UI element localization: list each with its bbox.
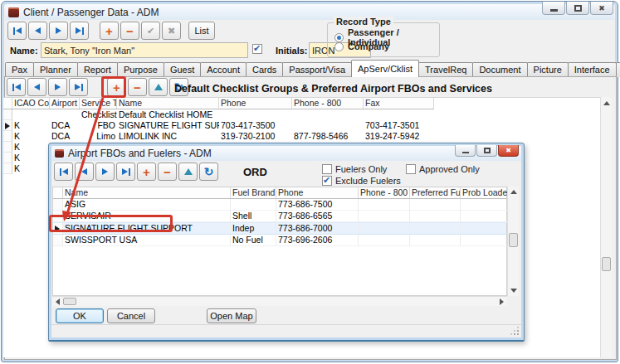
col-preferred-fueler[interactable]: Preferred Fueler [410, 187, 461, 198]
accept-button[interactable]: ✔ [141, 22, 160, 40]
col-fax[interactable]: Fax [364, 98, 434, 109]
tab-picture[interactable]: Picture [527, 62, 569, 77]
dialog-titlebar[interactable]: Airport FBOs and Fuelers - ADM [51, 146, 521, 161]
tab-document[interactable]: Document [472, 62, 527, 77]
fbo-row[interactable]: SWISSPORT USA No Fuel 773-696-2606 [53, 235, 506, 246]
dialog-nav-first-button[interactable] [54, 163, 73, 181]
main-titlebar[interactable]: Client / Passenger Data - ADM [5, 4, 614, 20]
cancel-button[interactable]: Cancel [107, 308, 155, 323]
dialog-horizontal-scrollbar[interactable] [52, 296, 507, 306]
dialog-delete-button[interactable]: − [158, 163, 177, 181]
checklist-toolbar: + − ↻ [7, 78, 188, 96]
col-phone-800[interactable]: Phone - 800 [359, 187, 410, 198]
col-phone[interactable]: Phone [276, 187, 359, 198]
tab-interface[interactable]: Interface [568, 62, 617, 77]
table-row-selected[interactable]: K DCA FBO SIGNATURE FLIGHT SUPPORT 703-4… [3, 120, 434, 131]
col-prob-loader[interactable]: Prob Loader C [461, 187, 508, 198]
nav-last-button[interactable] [70, 22, 89, 40]
scroll-left-icon[interactable] [56, 298, 60, 305]
nav-next-button[interactable] [49, 22, 68, 40]
dialog-nav-last-button[interactable] [116, 163, 135, 181]
checklist-grid-header: ICAO Code Airport II Service Type Name P… [3, 98, 434, 109]
grid-up-button[interactable] [149, 78, 168, 96]
dialog-nav-next-button[interactable] [95, 163, 115, 181]
open-map-button[interactable]: Open Map [207, 308, 256, 323]
next-icon [55, 84, 61, 90]
col-name[interactable]: Name [63, 187, 231, 198]
table-row[interactable]: K DCA Limo LIMOLINK INC 319-730-2100 877… [3, 131, 434, 142]
delete-record-button[interactable]: − [120, 22, 139, 40]
exclude-fuelers-checkbox[interactable]: Exclude Fuelers [322, 176, 401, 186]
grid-nav-next-button[interactable] [48, 78, 67, 96]
minimize-button[interactable] [542, 2, 565, 15]
cancel-edit-button[interactable]: ✖ [162, 22, 181, 40]
col-phone[interactable]: Phone [219, 98, 292, 109]
grid-delete-button[interactable]: − [128, 78, 147, 96]
main-vertical-scrollbar[interactable] [600, 97, 612, 357]
dialog-up-button[interactable] [178, 163, 198, 181]
scroll-thumb[interactable] [63, 298, 76, 305]
name-input[interactable] [41, 42, 248, 58]
grid-add-button[interactable]: + [107, 78, 126, 96]
dialog-vertical-scrollbar[interactable] [507, 187, 519, 296]
add-record-button[interactable]: + [100, 22, 119, 40]
scroll-thumb[interactable] [602, 257, 611, 271]
first-icon [12, 84, 14, 91]
name-checkbox[interactable] [252, 44, 262, 54]
radio-company[interactable]: Company [334, 41, 389, 51]
grid-nav-prev-button[interactable] [27, 78, 46, 96]
maximize-button[interactable] [566, 2, 589, 15]
scroll-right-icon[interactable] [500, 298, 504, 305]
col-name[interactable]: Name [117, 98, 219, 109]
tab-guest[interactable]: Guest [164, 62, 201, 77]
tab-service-issues[interactable]: Service Issues [616, 62, 620, 77]
scroll-thumb[interactable] [509, 233, 518, 247]
maximize-icon [484, 148, 491, 153]
dialog-nav-prev-button[interactable] [75, 163, 94, 181]
resize-grip[interactable] [517, 333, 519, 335]
dialog-close-button[interactable]: ✖ [498, 145, 519, 157]
tab-planner[interactable]: Planner [33, 62, 78, 77]
approved-only-checkbox[interactable]: Approved Only [406, 164, 480, 174]
grid-nav-first-button[interactable] [7, 78, 26, 96]
col-phone-800[interactable]: Phone - 800 [292, 98, 364, 109]
dialog-maximize-button[interactable] [476, 145, 497, 157]
scroll-up-icon[interactable] [603, 101, 610, 105]
col-icao-code[interactable]: ICAO Code [12, 98, 50, 109]
dialog-minimize-button[interactable] [455, 145, 476, 157]
ok-button[interactable]: OK [56, 308, 104, 323]
tab-cards[interactable]: Cards [246, 62, 283, 77]
tab-purpose[interactable]: Purpose [117, 62, 164, 77]
record-type-group: Record Type Passenger / Individual Compa… [327, 22, 440, 57]
table-row[interactable]: Checklist Default Checklist HOME [3, 109, 434, 120]
record-type-legend: Record Type [334, 17, 393, 27]
scroll-up-icon[interactable] [510, 190, 517, 194]
next-icon [102, 168, 108, 175]
tab-report[interactable]: Report [77, 62, 118, 77]
nav-prev-button[interactable] [28, 22, 47, 40]
fbo-row-selected[interactable]: SIGNATURE FLIGHT SUPPORT Indep 773-686-7… [53, 222, 506, 235]
radio-unselected-icon [334, 42, 344, 51]
grid-nav-last-button[interactable] [69, 78, 88, 96]
col-airport-id[interactable]: Airport II [50, 98, 80, 109]
refresh-icon: ↻ [204, 166, 214, 177]
close-button[interactable]: ✖ [590, 2, 613, 15]
tab-passport-visa[interactable]: Passport/Visa [282, 62, 352, 77]
col-service-type[interactable]: Service Type [80, 98, 117, 109]
fbo-row[interactable]: SERVISAIR Shell 773-686-6565 [53, 211, 506, 222]
list-button[interactable]: List [188, 22, 215, 40]
tab-pax[interactable]: Pax [5, 62, 34, 77]
dialog-add-button[interactable]: + [137, 163, 156, 181]
tab-account[interactable]: Account [200, 62, 247, 77]
fuelers-only-checkbox[interactable]: Fuelers Only [322, 164, 387, 174]
minus-icon: − [134, 81, 141, 94]
nav-first-button[interactable] [7, 22, 27, 40]
col-fuel-brand[interactable]: Fuel Brand [231, 187, 276, 198]
scroll-down-icon[interactable] [510, 289, 517, 293]
first-icon [13, 27, 15, 35]
tab-travelreq[interactable]: TravelReq [418, 62, 473, 77]
checkbox-checked-icon [322, 176, 332, 186]
tab-apserv-cklist[interactable]: ApServ/Cklist [351, 60, 419, 77]
dialog-refresh-button[interactable]: ↻ [199, 163, 218, 181]
fbo-row[interactable]: ASIG 773-686-7500 [53, 199, 506, 211]
